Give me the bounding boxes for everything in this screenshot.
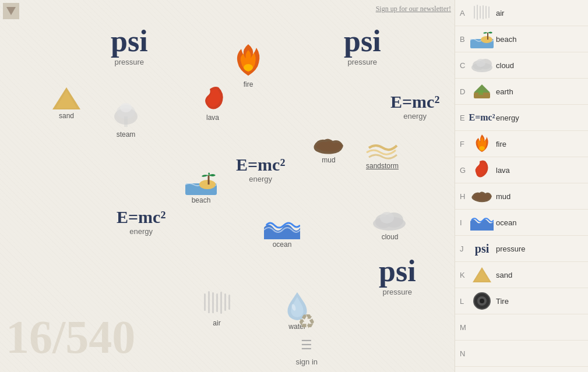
psi-card-2[interactable]: psi pressure [344,26,381,66]
sidebar-fire-label: fire [496,140,506,148]
newsletter-link[interactable]: Sign up for our newsletter! [376,5,451,13]
sidebar-letter-d: D [460,87,470,96]
sidebar-psi-icon: psi [475,242,489,256]
psi-text-3: psi [379,256,416,286]
sidebar-letter-c: C [460,61,470,70]
emc2-text-3: E=mc² [117,208,166,226]
sidebar-earth-label: earth [496,87,513,96]
emc2-text-2: E=mc² [390,93,439,111]
sidebar-mud-label: mud [496,192,510,201]
sandstorm-card[interactable]: sandstorm [364,140,400,170]
logo[interactable] [3,3,19,19]
sidebar-letter-n: N [460,349,470,358]
emc2-text-1: E=mc² [236,156,285,173]
psi-label-1: pressure [115,58,145,66]
emc2-label-2: energy [403,112,427,121]
sidebar-item-beach[interactable]: B beach [455,26,588,52]
lava-card[interactable]: lava [198,84,227,122]
svg-point-8 [199,180,216,189]
svg-rect-27 [488,6,490,18]
sidebar: A air B beach [455,0,588,372]
sidebar-item-ocean[interactable]: I ocean [455,210,588,236]
recycle-icon[interactable]: ♻ [298,310,315,333]
psi-label-3: pressure [383,288,413,296]
sidebar-item-o[interactable]: O [455,367,588,372]
svg-rect-13 [212,292,214,313]
sidebar-item-pressure[interactable]: J psi pressure [455,236,588,262]
sidebar-tire-icon [470,290,494,311]
sidebar-ocean-icon [470,212,494,233]
steam-label: steam [117,130,136,139]
svg-rect-5 [124,116,128,127]
sidebar-letter-f: F [460,140,470,148]
sand-icon [51,86,82,111]
psi-card-1[interactable]: psi pressure [111,26,148,66]
sign-in-label[interactable]: sign in [295,357,318,366]
sidebar-item-n[interactable]: N [455,341,588,367]
svg-rect-16 [224,293,226,311]
svg-rect-26 [485,6,487,19]
sidebar-item-energy[interactable]: E E=mc² energy [455,105,588,131]
svg-rect-25 [483,5,484,19]
sidebar-ocean-label: ocean [496,218,516,227]
steam-card[interactable]: steam [112,99,140,139]
menu-icon[interactable]: ☰ [301,338,312,353]
sidebar-mud-icon [470,186,494,207]
beach-label: beach [192,196,211,204]
svg-rect-15 [220,292,222,314]
sidebar-item-sand[interactable]: K sand [455,262,588,288]
svg-rect-37 [478,90,483,95]
sand-card[interactable]: sand [51,86,82,120]
sidebar-earth-icon [470,81,494,102]
lava-icon [198,84,227,112]
sidebar-sand-label: sand [496,271,512,279]
progress-counter: 16/540 [6,314,135,360]
sidebar-item-earth[interactable]: D earth [455,79,588,105]
sidebar-letter-h: H [460,192,470,201]
sidebar-item-lava[interactable]: G lava [455,157,588,183]
sidebar-letter-b: B [460,35,470,44]
sidebar-item-cloud[interactable]: C cloud [455,52,588,79]
svg-point-38 [479,146,485,151]
sidebar-item-air[interactable]: A air [455,0,588,26]
svg-rect-23 [477,5,478,20]
emc2-card-1[interactable]: E=mc² energy [236,156,285,183]
psi-text-2: psi [344,26,381,56]
sidebar-cloud-label: cloud [496,61,514,70]
fire-card[interactable]: fire [233,42,263,88]
psi-text-1: psi [111,26,148,56]
emc2-label-3: energy [129,227,153,236]
sidebar-item-m[interactable]: M [455,314,588,341]
sandstorm-icon [364,140,400,161]
sidebar-pressure-label: pressure [496,245,526,253]
ocean-card[interactable]: ocean [264,217,300,249]
sandstorm-label[interactable]: sandstorm [366,162,399,170]
psi-card-3[interactable]: psi pressure [379,256,416,296]
ocean-label: ocean [273,240,292,249]
sidebar-emc2-icon: E=mc² [469,112,495,123]
emc2-card-3[interactable]: E=mc² energy [117,208,166,236]
mud-card[interactable]: mud [312,134,346,164]
sidebar-lava-label: lava [496,166,510,175]
beach-card[interactable]: beach [185,172,217,204]
sidebar-item-fire[interactable]: F fire [455,131,588,157]
mud-label: mud [322,156,335,164]
emc2-card-2[interactable]: E=mc² energy [390,93,439,121]
sidebar-letter-k: K [460,271,470,279]
fire-label: fire [244,80,253,88]
svg-point-6 [244,64,253,71]
logo-box [3,3,19,19]
steam-icon [112,99,140,129]
cloud-card[interactable]: cloud [372,208,408,241]
sidebar-item-mud[interactable]: H mud [455,183,588,210]
air-icon [201,289,233,318]
svg-rect-12 [208,291,210,313]
sidebar-letter-g: G [460,166,470,175]
beach-icon [185,172,217,195]
sidebar-item-tire[interactable]: L Tire [455,288,588,314]
sand-label: sand [59,112,74,120]
psi-label-2: pressure [348,58,378,66]
air-card[interactable]: air [201,289,233,327]
svg-rect-17 [228,295,230,310]
sidebar-sand-icon [470,264,494,285]
